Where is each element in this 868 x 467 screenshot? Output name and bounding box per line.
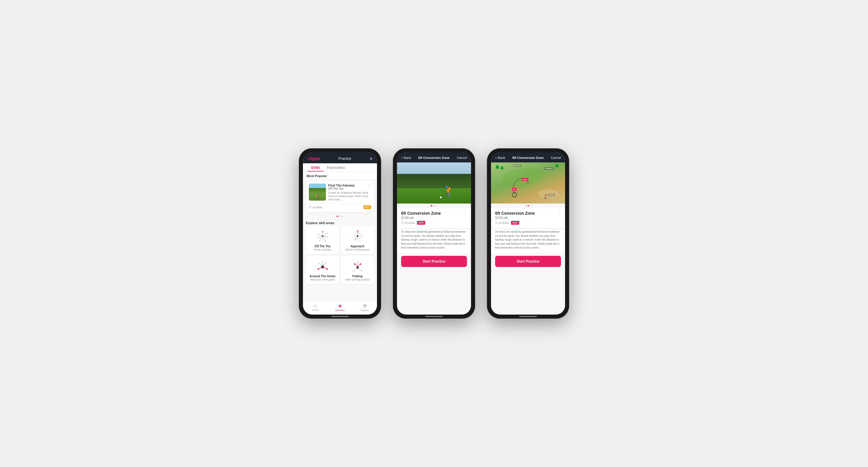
atg-icon-area	[314, 259, 332, 273]
svg-point-41	[352, 270, 354, 272]
detail-title-3: 6ft Conversion Zone	[513, 156, 544, 160]
putting-icon-area	[349, 259, 366, 273]
svg-line-5	[322, 236, 328, 237]
img-dot-1	[431, 205, 432, 206]
home-indicator	[331, 316, 349, 317]
clock-icon-3: ⏱	[495, 222, 498, 224]
back-button-2[interactable]: < Back	[401, 156, 411, 160]
dot-3	[342, 215, 343, 217]
img-dot-2	[433, 205, 435, 206]
most-popular-title: Most Popular	[303, 172, 377, 179]
svg-point-28	[317, 268, 319, 270]
dot-1	[337, 215, 338, 217]
ott-icon-area	[314, 229, 332, 243]
arg-badge-3: ARG	[511, 221, 519, 225]
phone1-content: Most Popular 🏌️ Find The Fairway	[303, 172, 377, 301]
phone-2-screen: < Back 6ft Conversion Zone Cancel 🏌️	[397, 153, 471, 314]
featured-drill-description: Create an imaginary fairway using trees …	[328, 191, 371, 201]
capture-icon: ⊕	[363, 303, 367, 308]
drill-photo-2: 🏌️	[397, 162, 471, 204]
skill-card-atg[interactable]: Around The Green Hone your short game	[306, 256, 339, 284]
explore-title: Explore skill areas	[306, 219, 374, 226]
skill-card-putting[interactable]: Putting Make and lag practice	[341, 256, 374, 284]
svg-point-37	[354, 263, 355, 265]
svg-point-32	[326, 263, 327, 264]
detail-scroll-2: 6ft Conversion Zone 10-50 yds ☆ ⏱ 20 sho…	[397, 208, 471, 314]
svg-line-24	[319, 263, 322, 266]
img-dot-3	[436, 205, 437, 206]
cancel-button-3[interactable]: Cancel	[551, 156, 561, 160]
svg-line-20	[355, 236, 358, 240]
shots-label: ⏱ 10 shots	[309, 206, 322, 209]
nav-activities[interactable]: ◈ Activities	[328, 303, 352, 312]
drill-range-2: 10-50 yds	[401, 216, 441, 220]
phone-3: < Back 6ft Conversion Zone Cancel	[487, 148, 569, 319]
phone-3-screen: < Back 6ft Conversion Zone Cancel	[491, 153, 565, 314]
phone1-header: clippd Practice ≡	[303, 153, 377, 163]
drill-info-3: 6ft Conversion Zone 10-50 yds ☆ ⏱ 20 sho…	[491, 208, 565, 228]
svg-point-19	[357, 230, 358, 231]
drill-info-2: 6ft Conversion Zone 10-50 yds ☆ ⏱ 20 sho…	[397, 208, 471, 228]
favourite-star-3[interactable]: ☆	[558, 211, 561, 215]
skill-ott-name: Off The Tee	[314, 245, 330, 248]
map-golfer-icon: 🏌️	[543, 194, 549, 199]
skill-card-approach[interactable]: Approach Dial-in to hit the green	[341, 226, 374, 254]
drill-description-3: 20 shots are randomly generated at dista…	[491, 230, 565, 253]
tab-favourites[interactable]: Favourites	[323, 163, 348, 171]
svg-point-29	[326, 268, 328, 270]
featured-drill-subtitle: Off The Tee	[328, 187, 355, 190]
skill-putting-name: Putting	[352, 275, 362, 278]
home-indicator-3	[519, 316, 537, 317]
svg-line-39	[353, 268, 358, 271]
skills-section: Explore skill areas	[303, 219, 377, 284]
svg-point-43	[357, 262, 358, 263]
svg-line-7	[322, 236, 326, 241]
image-dots-3	[491, 204, 565, 208]
img-dot-3-3	[530, 205, 532, 206]
img-dot-3-1	[525, 205, 526, 206]
hit-badge: Hit	[512, 188, 517, 191]
skill-approach-desc: Dial-in to hit the green	[345, 248, 370, 251]
approach-icon-area	[349, 229, 366, 243]
hamburger-icon[interactable]: ≡	[370, 157, 372, 161]
skill-ott-desc: Power accuracy	[313, 248, 331, 251]
svg-point-38	[360, 263, 361, 265]
skill-putting-desc: Make and lag practice	[345, 278, 370, 281]
favourite-star-icon[interactable]: ☆	[368, 184, 371, 188]
detail-header-3: < Back 6ft Conversion Zone Cancel	[491, 153, 565, 162]
dot-2	[339, 215, 341, 217]
skill-card-ott[interactable]: Off The Tee Power accuracy	[306, 226, 339, 254]
svg-point-10	[327, 233, 328, 234]
shots-info-2: ⏱ 20 shots	[401, 222, 414, 224]
clock-icon-2: ⏱	[401, 222, 404, 224]
phone-2: < Back 6ft Conversion Zone Cancel 🏌️	[393, 148, 475, 319]
featured-drill-image: 🏌️	[309, 184, 326, 201]
svg-point-30	[322, 261, 323, 262]
detail-header-2: < Back 6ft Conversion Zone Cancel	[397, 153, 471, 162]
start-practice-button-2[interactable]: Start Practice	[401, 256, 467, 267]
nav-capture[interactable]: ⊕ Capture	[352, 303, 377, 312]
featured-drill-card[interactable]: 🏌️ Find The Fairway Off The Tee ☆	[306, 180, 374, 212]
drill-map-3: 🌲 🌲 🌲 FAIRWAY ROUGH SAND	[491, 162, 565, 204]
svg-line-40	[358, 268, 362, 271]
tab-drills[interactable]: Drills	[308, 163, 323, 171]
nav-home[interactable]: ⌂ Home	[303, 303, 328, 312]
svg-point-42	[362, 270, 363, 272]
skill-approach-name: Approach	[350, 245, 364, 248]
drill-title-3: 6ft Conversion Zone	[495, 211, 535, 215]
carousel-dots	[303, 214, 377, 219]
svg-point-12	[327, 236, 329, 238]
back-button-3[interactable]: < Back	[495, 156, 505, 160]
cancel-button-2[interactable]: Cancel	[457, 156, 467, 160]
svg-point-31	[318, 263, 320, 264]
phones-container: clippd Practice ≡ Drills Favourites Most…	[299, 148, 569, 319]
arg-badge-2: ARG	[417, 221, 425, 225]
start-practice-button-3[interactable]: Start Practice	[495, 256, 561, 267]
svg-point-14	[325, 240, 326, 242]
ott-badge: OTT	[364, 205, 371, 209]
home-indicator-2	[425, 316, 443, 317]
svg-line-25	[322, 263, 326, 266]
svg-point-13	[319, 240, 320, 241]
img-dot-3-2	[527, 205, 529, 206]
favourite-star-2[interactable]: ☆	[464, 211, 467, 215]
